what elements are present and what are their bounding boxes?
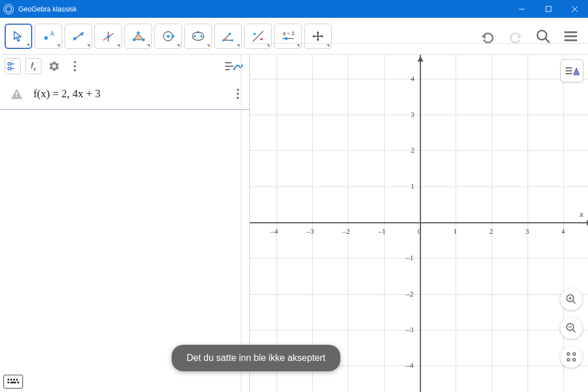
y-tick-label: 3 (411, 110, 415, 119)
svg-point-19 (172, 35, 174, 37)
tool-perpendicular[interactable] (94, 24, 122, 49)
svg-point-12 (107, 35, 110, 38)
svg-point-5 (44, 36, 48, 40)
tool-polygon[interactable] (124, 24, 152, 49)
window-titlebar: GeoGebra klassisk (0, 0, 588, 18)
y-tick-label: –2 (406, 290, 414, 299)
undo-button[interactable] (475, 24, 500, 49)
svg-rect-2 (546, 6, 551, 12)
warning-icon: ! (0, 87, 33, 100)
x-axis (250, 222, 588, 223)
svg-rect-42 (8, 63, 11, 65)
grid-line (250, 43, 588, 44)
window-minimize-button[interactable] (509, 0, 535, 18)
svg-rect-66 (10, 379, 12, 380)
svg-rect-61 (567, 353, 570, 355)
grid-line (348, 55, 348, 392)
algebra-more-button[interactable] (67, 58, 83, 74)
tool-circle[interactable] (154, 24, 182, 49)
x-tick-label: 0 (418, 227, 422, 236)
window-maximize-button[interactable] (535, 0, 562, 18)
grid-line (250, 258, 588, 258)
y-tick-label: 2 (411, 146, 415, 155)
main-area: fx ! f(x) = 2, 4x + 3 –4–3–2–1012341234– (0, 55, 588, 392)
grid-line (250, 187, 588, 187)
tool-reflect[interactable] (244, 24, 272, 49)
svg-point-9 (81, 32, 84, 35)
x-tick-label: –3 (306, 227, 314, 236)
svg-point-27 (231, 39, 233, 41)
algebra-formula[interactable]: f(x) = 2, 4x + 3 (33, 87, 233, 100)
window-title: GeoGebra klassisk (18, 5, 509, 13)
svg-point-15 (137, 31, 140, 34)
svg-point-30 (253, 33, 256, 35)
tool-point[interactable]: A (35, 24, 62, 49)
x-tick-label: 2 (490, 227, 494, 236)
menu-button[interactable] (558, 24, 583, 49)
svg-rect-70 (10, 382, 16, 383)
tool-slider[interactable]: a = 2 (274, 24, 302, 49)
grid-line (528, 55, 528, 392)
grid-line (456, 55, 456, 392)
error-toast: Det du satte inn ble ikke akseptert (172, 345, 340, 371)
tool-line[interactable] (65, 24, 92, 49)
y-tick-label: –3 (406, 325, 414, 334)
y-tick-label: 1 (411, 182, 415, 191)
svg-line-38 (545, 39, 549, 43)
redo-button[interactable] (503, 24, 528, 49)
svg-point-22 (200, 35, 203, 37)
y-tick-label: 4 (411, 74, 415, 83)
tool-ellipse[interactable] (184, 24, 212, 49)
grid-line (312, 55, 313, 392)
grid-line (250, 294, 588, 295)
y-axis-arrow (418, 56, 423, 62)
svg-line-55 (572, 300, 575, 303)
virtual-keyboard-button[interactable] (3, 375, 23, 389)
tool-move-view[interactable] (304, 24, 332, 49)
zoom-in-button[interactable] (560, 288, 582, 310)
svg-point-16 (142, 38, 145, 41)
algebra-fx-button[interactable]: fx (25, 58, 41, 74)
algebra-row-menu[interactable] (233, 89, 242, 99)
grid-line (250, 330, 588, 330)
graphics-view[interactable]: –4–3–2–1012341234–1–2–3–4x (250, 55, 588, 392)
window-close-button[interactable] (562, 0, 588, 18)
x-tick-label: –2 (342, 227, 350, 236)
y-axis (420, 55, 421, 392)
svg-rect-62 (573, 353, 575, 355)
algebra-row[interactable]: ! f(x) = 2, 4x + 3 (0, 78, 249, 110)
svg-text:a = 2: a = 2 (283, 31, 294, 36)
algebra-sort-button[interactable] (222, 58, 245, 74)
grid-line (492, 55, 492, 392)
x-tick-label: 4 (561, 227, 565, 236)
grid-line (250, 115, 588, 115)
algebra-tree-button[interactable] (5, 58, 21, 74)
x-axis-label: x (579, 210, 583, 219)
svg-point-26 (222, 39, 225, 41)
svg-rect-43 (8, 67, 11, 70)
algebra-view: fx ! f(x) = 2, 4x + 3 (0, 55, 250, 392)
zoom-out-button[interactable] (560, 317, 582, 339)
svg-rect-63 (567, 359, 570, 361)
grid-line (241, 55, 241, 392)
y-tick-label: –1 (406, 253, 414, 262)
grid-line (384, 55, 385, 392)
home-view-button[interactable] (560, 346, 582, 368)
x-tick-label: –4 (271, 227, 278, 236)
x-tick-label: –1 (378, 227, 386, 236)
svg-rect-68 (16, 379, 18, 380)
svg-marker-53 (574, 68, 579, 75)
search-button[interactable] (530, 24, 556, 49)
svg-point-28 (229, 33, 231, 35)
tool-move[interactable] (5, 24, 32, 49)
svg-text:!: ! (16, 90, 18, 99)
algebra-settings-button[interactable] (46, 58, 62, 74)
tool-angle[interactable] (214, 24, 242, 49)
svg-point-37 (537, 31, 547, 40)
svg-point-0 (6, 6, 12, 12)
svg-rect-69 (7, 382, 9, 383)
svg-point-21 (194, 35, 196, 37)
graphics-style-button[interactable] (560, 59, 583, 82)
grid-line (563, 55, 564, 392)
svg-point-18 (167, 35, 170, 37)
